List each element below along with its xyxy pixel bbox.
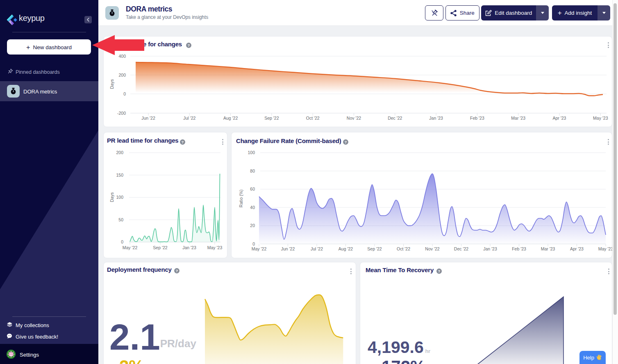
svg-text:Apr '23: Apr '23 [553,116,566,121]
svg-text:Ratio (%): Ratio (%) [239,189,243,207]
svg-text:0: 0 [252,241,255,246]
svg-text:Jan '23: Jan '23 [483,246,497,251]
svg-text:Jun '22: Jun '22 [141,116,155,121]
svg-text:100: 100 [248,150,255,155]
svg-text:Sep '22: Sep '22 [264,116,279,121]
svg-text:Feb '23: Feb '23 [470,116,484,121]
svg-text:Jul '22: Jul '22 [183,116,195,121]
svg-text:Feb '23: Feb '23 [512,246,526,251]
svg-text:Jul '22: Jul '22 [311,246,323,251]
svg-text:100: 100 [116,195,123,200]
svg-text:Days: Days [109,192,114,202]
svg-text:60: 60 [250,187,255,191]
svg-text:Nov '22: Nov '22 [425,246,439,251]
svg-text:Sep '22: Sep '22 [367,246,382,251]
svg-text:20: 20 [250,223,255,228]
svg-text:0: 0 [123,91,126,96]
svg-text:Mar '23: Mar '23 [511,116,525,121]
svg-text:200: 200 [118,73,126,77]
svg-text:150: 150 [116,173,123,177]
svg-text:May '23: May '23 [207,245,223,250]
svg-text:Jun '22: Jun '22 [281,246,295,251]
svg-text:Nov '22: Nov '22 [347,116,361,121]
svg-text:50: 50 [118,217,123,222]
svg-text:Jan '23: Jan '23 [182,245,196,250]
svg-text:-200: -200 [117,111,126,116]
svg-text:Mar '23: Mar '23 [541,246,555,251]
svg-text:May '22: May '22 [123,245,138,250]
svg-text:Oct '22: Oct '22 [306,116,320,121]
svg-text:Sep '22: Sep '22 [153,245,167,250]
svg-text:Dec '22: Dec '22 [388,116,402,121]
svg-text:Oct '22: Oct '22 [397,246,410,251]
svg-text:Aug '22: Aug '22 [339,246,353,251]
svg-text:Days: Days [109,79,114,89]
svg-text:200: 200 [116,150,123,155]
svg-text:Jan '23: Jan '23 [429,116,443,121]
svg-text:Apr '23: Apr '23 [570,246,584,251]
svg-text:May '22: May '22 [252,246,267,251]
svg-text:80: 80 [250,168,255,173]
svg-text:Dec '22: Dec '22 [454,246,468,251]
svg-text:0: 0 [121,239,123,244]
svg-text:40: 40 [250,205,255,210]
svg-text:Aug '22: Aug '22 [223,116,238,121]
svg-text:May '23: May '23 [598,246,613,251]
svg-text:May '23: May '23 [593,116,608,121]
